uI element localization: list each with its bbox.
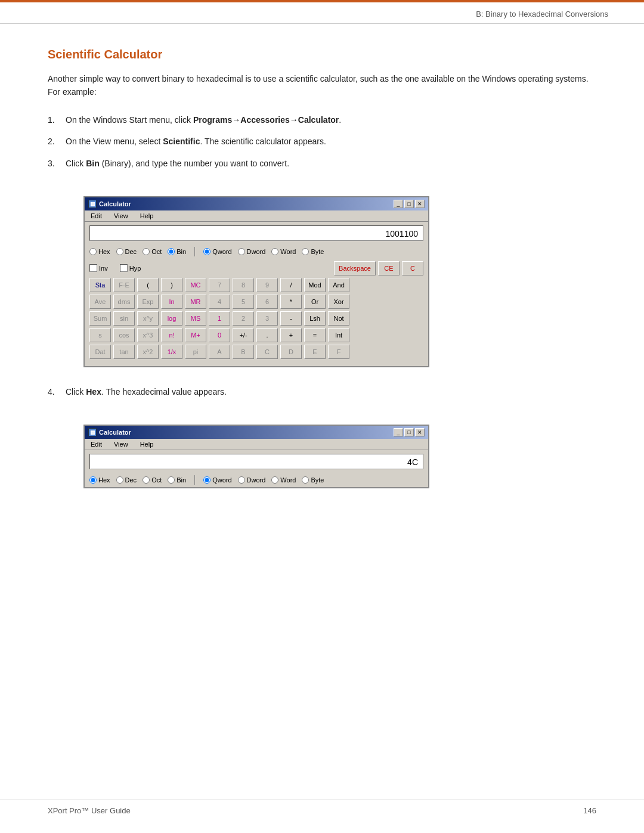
calc1-qword-radio[interactable]: Qword [203,248,231,255]
calc1-display: 1001100 [89,225,423,241]
calc1-dot-btn[interactable]: . [256,328,278,342]
calc1-c-btn[interactable]: C [402,261,423,275]
calc1-word-radios: Qword Dword Word Byte [203,248,324,255]
section-title: Scientific Calculator [48,48,596,61]
calc1-dword-radio[interactable]: Dword [238,248,266,255]
calc1-word-radio[interactable]: Word [271,248,296,255]
calc1-oct-radio[interactable]: Oct [143,248,162,255]
calc1-ms-btn[interactable]: MS [185,311,206,326]
calc2-word-radio[interactable]: Word [271,476,296,484]
calc2-dec-radio[interactable]: Dec [116,476,137,484]
calculator2-window: ▦ Calculator _ □ ✕ Edit View Help 4C [83,425,429,488]
calc1-sta-btn[interactable]: Sta [89,278,111,292]
calc1-backspace-btn[interactable]: Backspace [334,261,376,275]
calc2-menu-help[interactable]: Help [138,440,156,448]
calc1-row3: Ave dms Exp In MR 4 5 6 * Or Xor [89,295,423,309]
calc1-mplus-btn[interactable]: M+ [185,328,206,342]
calc1-or-btn[interactable]: Or [304,295,326,309]
calc1-xpowy-btn: x^y [137,311,159,326]
calc1-mul-btn[interactable]: * [280,295,302,309]
calc1-div-btn[interactable]: / [280,278,302,292]
calc1-tan-btn: tan [113,345,135,359]
calc2-radio-row1: Hex Dec Oct Bin Qword Dword Word Byte [85,473,428,487]
calc1-b-btn: B [233,345,254,359]
calc2-word-radios: Qword Dword Word Byte [203,476,324,484]
calc2-hex-radio[interactable]: Hex [89,476,110,484]
calc1-titlebar: ▦ Calculator _ □ ✕ [85,197,428,210]
steps-list: 1. On the Windows Start menu, click Prog… [48,113,596,170]
step-3: 3. Click Bin (Binary), and type the numb… [48,157,596,170]
calc1-and-btn[interactable]: And [328,278,349,292]
calc1-log-btn[interactable]: log [161,311,182,326]
main-content: Scientific Calculator Another simple way… [0,24,644,536]
calc1-title-left: ▦ Calculator [88,200,131,208]
calc1-row-checks: Inv Hyp Backspace CE C [89,261,423,275]
calc1-9-btn: 9 [256,278,278,292]
calc2-qword-radio[interactable]: Qword [203,476,231,484]
calc1-mc-btn[interactable]: MC [185,278,206,292]
calc1-f-btn: F [328,345,349,359]
calc1-sum-btn: Sum [89,311,111,326]
calc1-add-btn[interactable]: + [280,328,302,342]
calc1-int-btn[interactable]: Int [328,328,349,342]
calc1-2-btn: 2 [233,311,254,326]
calc1-mr-btn[interactable]: MR [185,295,206,309]
calc2-oct-radio[interactable]: Oct [143,476,162,484]
calc1-not-btn[interactable]: Not [328,311,349,326]
calc1-bin-radio[interactable]: Bin [168,248,186,255]
calc1-plusminus-btn[interactable]: +/- [233,328,254,342]
intro-paragraph: Another simple way to convert binary to … [48,72,596,99]
calc2-minimize-btn[interactable]: _ [394,428,403,436]
calc2-close-btn[interactable]: ✕ [415,428,425,436]
calc1-inv-check[interactable]: Inv [89,264,108,272]
calc1-sub-btn[interactable]: - [280,311,302,326]
calc2-icon: ▦ [88,428,97,436]
calc2-base-radios: Hex Dec Oct Bin [89,476,186,484]
calc1-1-btn[interactable]: 1 [209,311,230,326]
calc1-dec-radio[interactable]: Dec [116,248,137,255]
calc1-close-btn[interactable]: ✕ [415,200,425,208]
calc1-minimize-btn[interactable]: _ [394,200,403,208]
calc1-ce-btn[interactable]: CE [378,261,400,275]
calculator1-window: ▦ Calculator _ □ ✕ Edit View Help 100110… [83,196,429,367]
calc2-bin-radio[interactable]: Bin [168,476,186,484]
header-text: B: Binary to Hexadecimal Conversions [476,10,608,18]
calc2-title-left: ▦ Calculator [88,428,131,436]
page-footer: XPort Pro™ User Guide 146 [0,800,644,815]
calc1-equals-btn[interactable]: = [304,328,326,342]
calc1-xpow3-btn: x^3 [137,328,159,342]
calc1-menubar: Edit View Help [85,210,428,222]
calc1-xor-btn[interactable]: Xor [328,295,349,309]
hyp-checkbox[interactable] [120,264,128,272]
calc1-recip-btn[interactable]: 1/x [161,345,182,359]
calc2-menu-view[interactable]: View [112,440,131,448]
calc2-maximize-btn[interactable]: □ [404,428,414,436]
calc1-menu-edit[interactable]: Edit [88,212,104,220]
step-2: 2. On the View menu, select Scientific. … [48,135,596,148]
calc1-sin-btn: sin [113,311,135,326]
inv-checkbox[interactable] [89,264,97,272]
calc1-hyp-check[interactable]: Hyp [120,264,141,272]
calc2-dword-radio[interactable]: Dword [238,476,266,484]
calc1-6-btn: 6 [256,295,278,309]
calc1-ln-btn[interactable]: In [161,295,182,309]
calc1-rparen-btn[interactable]: ) [161,278,182,292]
calc1-hex-radio[interactable]: Hex [89,248,110,255]
calc1-ave-btn: Ave [89,295,111,309]
calc1-titlebar-buttons: _ □ ✕ [394,200,425,208]
calc1-row6: Dat tan x^2 1/x pi A B C D E F [89,345,423,359]
calc1-menu-help[interactable]: Help [138,212,156,220]
calc1-byte-radio[interactable]: Byte [302,248,324,255]
calc2-menu-edit[interactable]: Edit [88,440,104,448]
calc1-maximize-btn[interactable]: □ [404,200,414,208]
calc1-lparen-btn[interactable]: ( [137,278,159,292]
calc2-byte-radio[interactable]: Byte [302,476,324,484]
step4-list: 4. Click Hex. The hexadecimal value appe… [48,385,596,398]
calc1-xpow2-btn: x^2 [137,345,159,359]
calc1-0-btn[interactable]: 0 [209,328,230,342]
calc1-menu-view[interactable]: View [112,212,131,220]
calc1-lsh-btn[interactable]: Lsh [304,311,326,326]
calc1-title-text: Calculator [99,200,131,208]
calc1-nfact-btn[interactable]: n! [161,328,182,342]
calc1-mod-btn[interactable]: Mod [304,278,326,292]
